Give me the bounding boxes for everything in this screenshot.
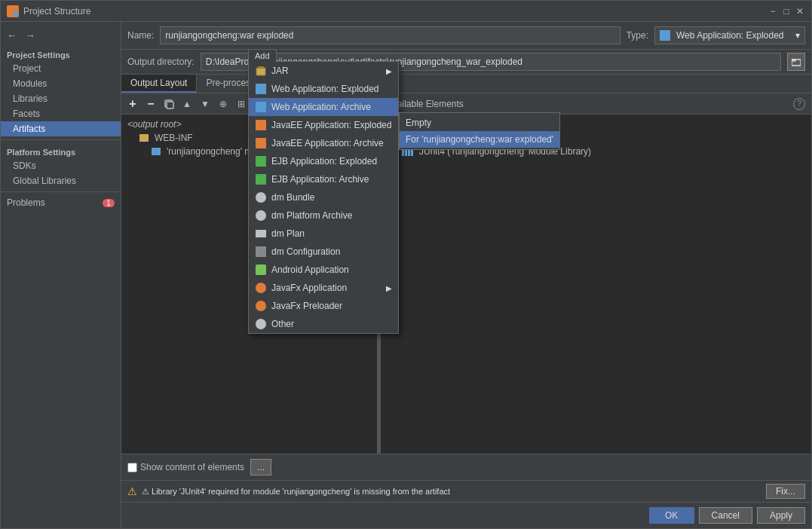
help-icon[interactable]: ? — [793, 98, 805, 110]
sidebar-item-label: Artifacts — [13, 124, 45, 134]
menu-item-label: dm Bundle — [271, 192, 314, 203]
menu-item-javafx-preloader[interactable]: JavaFx Preloader — [249, 297, 398, 315]
move-down-button[interactable]: ▼ — [197, 96, 213, 112]
copy-button[interactable] — [161, 96, 177, 112]
add-dropdown-menu[interactable]: JAR ▶ Web Application: Exploded Web Ap — [248, 61, 399, 334]
project-settings-header: Project Settings — [1, 46, 121, 61]
menu-item-jar[interactable]: JAR ▶ — [249, 62, 398, 80]
lib-ant[interactable]: ant-1.9.6 (Project Library) — [384, 131, 808, 145]
back-button[interactable]: ← — [4, 27, 20, 44]
remove-button[interactable]: − — [142, 96, 159, 112]
menu-item-dm-bundle[interactable]: dm Bundle — [249, 188, 398, 206]
title-bar: Project Structure − □ ✕ — [1, 1, 811, 22]
dots-button[interactable]: ... — [250, 459, 271, 475]
ejb-archive-icon — [255, 173, 267, 185]
move-up-button[interactable]: ▲ — [179, 96, 195, 112]
nav-toolbar: ← → — [1, 25, 121, 46]
output-dir-row: Output directory: — [121, 50, 811, 75]
svg-rect-3 — [14, 12, 18, 17]
svg-rect-4 — [792, 60, 801, 66]
svg-rect-0 — [8, 6, 12, 11]
javafx-preloader-icon — [255, 300, 267, 312]
forward-button[interactable]: → — [22, 27, 38, 44]
artifact-name-row: Name: Type: Web Application: Exploded ▾ — [121, 22, 811, 50]
sidebar-item-modules[interactable]: Modules — [1, 76, 121, 91]
sidebar-item-label: Libraries — [13, 93, 47, 104]
sidebar-item-problems[interactable]: Problems 1 — [1, 195, 121, 210]
menu-item-label: JAR — [271, 66, 289, 76]
webinf-label: WEB-INF — [155, 133, 193, 143]
menu-item-javaee-exploded[interactable]: JavaEE Application: Exploded — [249, 116, 398, 134]
menu-item-label: EJB Application: Archive — [271, 174, 369, 185]
menu-item-label: JavaFx Preloader — [271, 301, 342, 311]
type-select[interactable]: Web Application: Exploded ▾ — [654, 26, 805, 44]
fix-button[interactable]: Fix... — [766, 484, 805, 499]
sidebar-item-label: SDKs — [13, 161, 36, 171]
dm-config-icon — [255, 246, 267, 258]
add-button[interactable]: + — [124, 96, 141, 112]
close-button[interactable]: ✕ — [795, 6, 805, 17]
menu-item-android[interactable]: Android Application — [249, 261, 398, 279]
apply-button[interactable]: Apply — [757, 507, 805, 524]
dialog-buttons: OK Cancel Apply — [121, 502, 811, 528]
sidebar-item-facets[interactable]: Facets — [1, 106, 121, 121]
menu-item-dm-platform[interactable]: dm Platform Archive — [249, 206, 398, 225]
lib-junit[interactable]: JUnit4 ('runjiangongcheng' Module Librar… — [384, 145, 808, 158]
menu-item-ejb-exploded[interactable]: EJB Application: Exploded — [249, 152, 398, 170]
menu-item-ejb-archive[interactable]: EJB Application: Archive — [249, 170, 398, 188]
type-value: Web Application: Exploded — [676, 30, 784, 41]
svg-rect-8 — [256, 68, 265, 75]
name-input[interactable] — [160, 26, 620, 44]
title-bar-left: Project Structure — [7, 5, 90, 17]
menu-item-other[interactable]: Other — [249, 315, 398, 333]
right-panel: Available Elements ? runjiangongcheng — [381, 93, 811, 454]
sidebar-item-label: Facets — [13, 109, 40, 119]
expand-button[interactable]: ⊕ — [215, 96, 231, 112]
javafx-icon — [255, 282, 267, 294]
sidebar-item-label: Modules — [13, 78, 47, 89]
ejb-exploded-icon — [255, 155, 267, 167]
sidebar: ← → Project Settings Project Modules Lib… — [1, 22, 121, 528]
type-dropdown-icon: ▾ — [795, 30, 800, 41]
browse-dir-button[interactable] — [787, 53, 805, 71]
right-tree: runjiangongcheng ant-1.9.6 (Project Libr… — [381, 115, 811, 454]
expand-all-button[interactable]: ⊞ — [233, 96, 250, 112]
minimize-button[interactable]: − — [768, 6, 778, 17]
cancel-button[interactable]: Cancel — [699, 507, 752, 524]
sidebar-item-label: Project — [13, 63, 41, 74]
menu-item-web-exploded[interactable]: Web Application: Exploded — [249, 80, 398, 98]
group-runjiangongcheng[interactable]: runjiangongcheng — [384, 118, 808, 131]
menu-item-label: Web Application: Exploded — [271, 84, 379, 94]
submenu-arrow-2: ▶ — [386, 284, 392, 292]
problems-badge: 1 — [103, 199, 115, 207]
sidebar-item-libraries[interactable]: Libraries — [1, 91, 121, 106]
menu-item-web-archive[interactable]: Web Application: Archive — [249, 98, 398, 116]
svg-rect-5 — [792, 60, 795, 61]
menu-item-label: JavaFx Application — [271, 283, 347, 293]
problems-label: Problems — [7, 197, 45, 208]
sidebar-item-global-libraries[interactable]: Global Libraries — [1, 173, 121, 188]
sidebar-item-project[interactable]: Project — [1, 61, 121, 76]
sidebar-divider-2 — [1, 191, 121, 192]
menu-item-javaee-archive[interactable]: JavaEE Application: Archive — [249, 134, 398, 152]
menu-item-label: dm Platform Archive — [271, 210, 352, 221]
tab-output-layout[interactable]: Output Layout — [121, 75, 197, 93]
svg-rect-7 — [167, 102, 173, 109]
project-structure-window: Project Structure − □ ✕ ← → Project Sett… — [0, 0, 812, 529]
sidebar-item-sdks[interactable]: SDKs — [1, 158, 121, 173]
name-label: Name: — [127, 30, 154, 41]
show-content-checkbox[interactable] — [127, 463, 137, 472]
menu-item-javafx[interactable]: JavaFx Application ▶ — [249, 279, 398, 297]
show-content-checkbox-item[interactable]: Show content of elements — [127, 462, 244, 472]
lib-icon — [402, 147, 413, 156]
panel-area: + − ▲ ▼ ⊕ ⊞ — [121, 93, 811, 454]
menu-item-dm-config[interactable]: dm Configuration — [249, 243, 398, 261]
sidebar-item-label: Global Libraries — [13, 176, 76, 186]
maximize-button[interactable]: □ — [781, 6, 792, 17]
sidebar-item-artifacts[interactable]: Artifacts — [1, 121, 121, 136]
ok-button[interactable]: OK — [649, 507, 694, 524]
menu-item-label: Android Application — [271, 264, 349, 275]
title-bar-controls: − □ ✕ — [768, 6, 805, 17]
menu-item-dm-plan[interactable]: dm Plan — [249, 225, 398, 243]
svg-rect-9 — [258, 66, 264, 69]
